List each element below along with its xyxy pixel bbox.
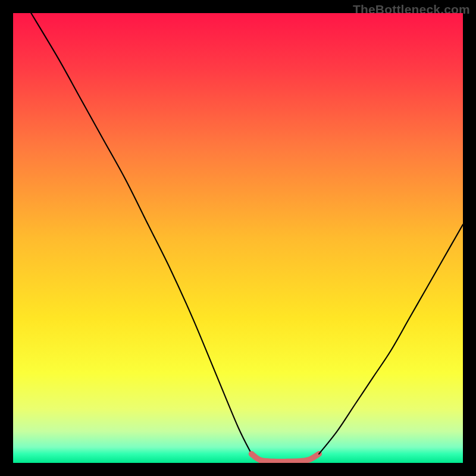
background-gradient: [13, 13, 463, 463]
svg-rect-0: [13, 13, 463, 463]
chart-stage: TheBottleneck.com: [0, 0, 476, 476]
plot-area: [13, 13, 463, 463]
